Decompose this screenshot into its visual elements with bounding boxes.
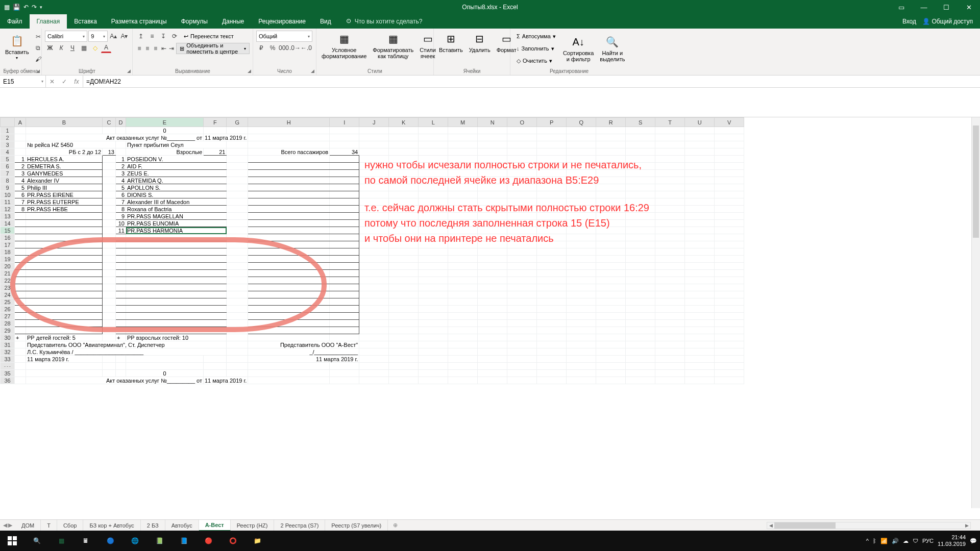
increase-indent-icon[interactable]: ⇥: [168, 43, 175, 54]
tab-view[interactable]: Вид: [313, 14, 338, 29]
font-name-combo[interactable]: Calibri: [45, 31, 87, 42]
orientation-icon[interactable]: ⟳: [169, 31, 180, 41]
row-header[interactable]: 33: [1, 356, 15, 363]
cell[interactable]: +: [15, 334, 26, 341]
column-header[interactable]: H: [248, 118, 330, 127]
cell[interactable]: [15, 313, 26, 320]
conditional-formatting-button[interactable]: ▦Условное форматирование: [320, 31, 369, 60]
sheet-tab[interactable]: А-Вест: [199, 520, 231, 531]
cell[interactable]: Philip III: [26, 184, 103, 191]
cell[interactable]: [26, 213, 103, 220]
sheet-nav-next-icon[interactable]: ▶: [8, 522, 12, 529]
cell[interactable]: [248, 156, 330, 163]
column-header[interactable]: Q: [567, 118, 596, 127]
dialog-launcher-icon[interactable]: ◢: [127, 68, 131, 73]
cell[interactable]: [15, 248, 26, 256]
align-left-icon[interactable]: ≡: [136, 43, 143, 54]
row-header[interactable]: 14: [1, 220, 15, 227]
column-header[interactable]: L: [419, 118, 448, 127]
italic-button[interactable]: К: [56, 43, 66, 53]
cell[interactable]: APOLLON S.: [126, 184, 227, 191]
decrease-indent-icon[interactable]: ⇤: [160, 43, 167, 54]
row-header[interactable]: 20: [1, 263, 15, 270]
row-header[interactable]: 12: [1, 206, 15, 213]
format-as-table-button[interactable]: ▦Форматировать как таблицу: [371, 31, 415, 60]
cell[interactable]: [330, 256, 359, 263]
cell[interactable]: Всего пассажиров: [248, 148, 330, 156]
cell[interactable]: 0: [126, 370, 204, 377]
column-header[interactable]: M: [448, 118, 478, 127]
cell[interactable]: РР детей гостей: 5: [26, 334, 103, 341]
close-button[interactable]: ✕: [958, 0, 980, 14]
taskbar-app-icon[interactable]: 📗: [147, 531, 172, 551]
sort-filter-button[interactable]: A↓Сортировка и фильтр: [561, 31, 596, 66]
cell[interactable]: [330, 313, 359, 320]
cell[interactable]: [330, 263, 359, 270]
maximize-button[interactable]: ☐: [935, 0, 958, 14]
comma-format-icon[interactable]: 000: [279, 43, 289, 53]
column-header[interactable]: R: [596, 118, 626, 127]
column-header[interactable]: D: [116, 118, 126, 127]
dialog-launcher-icon[interactable]: ◢: [311, 68, 314, 73]
column-header[interactable]: J: [359, 118, 389, 127]
cell[interactable]: ARTEMIDA Q.: [126, 177, 227, 184]
cell[interactable]: 34: [330, 148, 359, 156]
align-bottom-icon[interactable]: ↧: [158, 31, 168, 41]
cell[interactable]: [330, 170, 359, 177]
cell[interactable]: 6: [15, 191, 26, 198]
wrap-text-button[interactable]: ↩Перенести текст: [181, 31, 237, 42]
cell[interactable]: 0: [126, 127, 204, 134]
cell[interactable]: [248, 184, 330, 191]
accounting-format-icon[interactable]: ₽: [256, 43, 266, 53]
row-header[interactable]: 36: [1, 377, 15, 384]
cell[interactable]: 2: [116, 163, 126, 170]
cell[interactable]: [330, 213, 359, 220]
decrease-decimal-icon[interactable]: ←.0: [301, 43, 311, 53]
cell[interactable]: [248, 177, 330, 184]
column-header[interactable]: T: [655, 118, 685, 127]
cell[interactable]: № рейса HZ 5450: [26, 141, 116, 148]
cell[interactable]: _/______________: [248, 348, 359, 356]
column-header[interactable]: G: [227, 118, 248, 127]
cell[interactable]: [15, 220, 26, 227]
qat-more-icon[interactable]: ▾: [40, 5, 42, 10]
row-header[interactable]: 27: [1, 313, 15, 320]
row-header[interactable]: 13: [1, 213, 15, 220]
column-header[interactable]: N: [478, 118, 507, 127]
cell[interactable]: 11 марта 2019 г.: [204, 377, 248, 384]
cell[interactable]: [248, 163, 330, 170]
row-header[interactable]: 29: [1, 327, 15, 334]
taskbar-app-icon[interactable]: 🔵: [98, 531, 122, 551]
cell[interactable]: 8: [15, 206, 26, 213]
cell[interactable]: HERCULES A.: [26, 156, 103, 163]
sheet-tab[interactable]: Реестр (HZ): [231, 520, 275, 531]
cell[interactable]: 3: [116, 170, 126, 177]
sheet-tab[interactable]: ДОМ: [15, 520, 41, 531]
cell[interactable]: 1: [116, 156, 126, 163]
column-header[interactable]: O: [507, 118, 537, 127]
row-header[interactable]: 6: [1, 163, 15, 170]
row-header[interactable]: 3: [1, 141, 15, 148]
dialog-launcher-icon[interactable]: ◢: [36, 68, 40, 73]
cell[interactable]: AID F.: [126, 163, 227, 170]
fx-icon[interactable]: fx: [70, 78, 83, 85]
find-select-button[interactable]: 🔍Найти и выделить: [598, 31, 627, 66]
column-header[interactable]: P: [537, 118, 567, 127]
cell[interactable]: РР взрослых гостей: 10: [126, 334, 227, 341]
cell[interactable]: [15, 234, 26, 241]
fill-button[interactable]: ↓ Заполнить ▾: [513, 43, 559, 54]
enter-formula-icon[interactable]: ✓: [58, 78, 70, 85]
bold-button[interactable]: Ж: [45, 43, 55, 53]
cell[interactable]: ZEUS E.: [126, 170, 227, 177]
row-header[interactable]: 30: [1, 334, 15, 341]
tray-language[interactable]: РУС: [922, 538, 934, 544]
cell[interactable]: [26, 227, 103, 234]
save-icon[interactable]: 💾: [13, 4, 20, 11]
tab-home[interactable]: Главная: [30, 14, 67, 29]
cell[interactable]: [330, 191, 359, 198]
cell[interactable]: DIONIS S.: [126, 191, 227, 198]
cell[interactable]: Представитель ООО "Авиатерминал", Ст. Ди…: [26, 341, 227, 348]
column-header[interactable]: C: [103, 118, 116, 127]
taskbar-yandex-icon[interactable]: ⭕: [220, 531, 245, 551]
cell[interactable]: POSEIDON V.: [126, 156, 227, 163]
